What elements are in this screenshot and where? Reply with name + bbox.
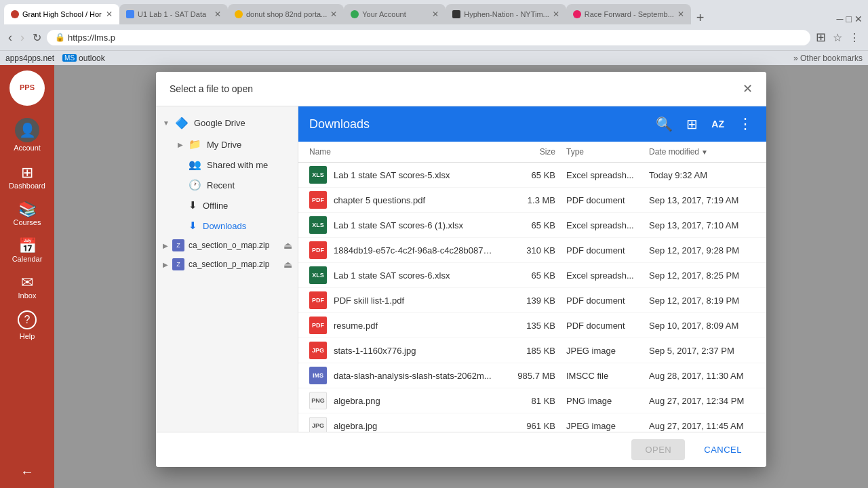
- file-size: 65 KB: [494, 170, 555, 180]
- table-row[interactable]: PNGalgebra.png81 KBPNG imageAug 27, 2017…: [298, 388, 766, 413]
- back-button[interactable]: ‹: [5, 29, 15, 46]
- file-type: JPEG image: [555, 421, 644, 431]
- cancel-button[interactable]: CANCEL: [690, 439, 755, 460]
- forward-button[interactable]: ›: [18, 29, 27, 46]
- table-row[interactable]: PDF1884db19-e57c-4c2f-96a8-c4c28b087d...…: [298, 238, 766, 263]
- table-row[interactable]: PDFchapter 5 questions.pdf1.3 MBPDF docu…: [298, 188, 766, 213]
- file-icon: IMS: [309, 367, 327, 384]
- bookmark-outlook[interactable]: MSoutlook: [62, 54, 105, 63]
- eject-icon-1[interactable]: ⏏: [283, 240, 292, 251]
- nav-google-drive-label: Google Drive: [194, 118, 245, 128]
- file-icon: PDF: [309, 191, 327, 209]
- tab-race[interactable]: Race Forward - Septemb... ✕: [566, 4, 691, 24]
- dashboard-icon: ⊞: [21, 164, 33, 182]
- tab-grant[interactable]: Grant High School / Hor ✕: [4, 4, 119, 24]
- table-row[interactable]: XLSLab 1 state SAT scores-6.xlsx65 KBExc…: [298, 263, 766, 288]
- nav-zip1[interactable]: ▶ Z ca_section_o_map.zip ⏏: [156, 236, 298, 255]
- url-text[interactable]: https://lms.p: [68, 33, 802, 43]
- nav-google-drive[interactable]: ▼ 🔷 Google Drive: [156, 112, 298, 134]
- bookmark-apps[interactable]: apps4pps.net: [5, 54, 54, 63]
- table-row[interactable]: JPGalgebra.jpg961 KBJPEG imageAug 27, 20…: [298, 413, 766, 432]
- tab-nytimes[interactable]: Hyphen-Nation - NYTim... ✕: [446, 4, 566, 24]
- file-size: 81 KB: [494, 396, 555, 406]
- nav-zip2[interactable]: ▶ Z ca_section_p_map.zip ⏏: [156, 255, 298, 274]
- dialog-close-icon[interactable]: ✕: [743, 81, 753, 96]
- table-row[interactable]: PDFresume.pdf135 KBPDF documentSep 10, 2…: [298, 313, 766, 338]
- inbox-icon: ✉: [21, 274, 33, 291]
- file-date: Aug 27, 2017, 11:45 AM: [644, 421, 755, 431]
- sidebar-item-courses[interactable]: 📚 Courses: [0, 195, 54, 232]
- file-size: 65 KB: [494, 220, 555, 230]
- tab-account[interactable]: Your Account ✕: [344, 4, 446, 24]
- main-area: Select a file to open ✕ ▼ 🔷 Google Drive…: [54, 65, 868, 488]
- file-name: algebra.png: [334, 396, 494, 406]
- nav-my-drive[interactable]: ▶ 📁 My Drive: [156, 134, 298, 155]
- new-tab-button[interactable]: +: [691, 11, 710, 24]
- file-size: 961 KB: [494, 421, 555, 431]
- bookmarks-icon[interactable]: ☆: [830, 30, 845, 45]
- tab-close-4[interactable]: ✕: [432, 9, 439, 19]
- nav-recent[interactable]: 🕐 Recent: [156, 175, 298, 195]
- tab-u1lab[interactable]: U1 Lab 1 - SAT Data ✕: [119, 4, 228, 24]
- maximize-button[interactable]: □: [846, 14, 852, 24]
- file-icon: PDF: [309, 317, 327, 334]
- file-size: 185 KB: [494, 346, 555, 356]
- table-header: Name Size Type Date modified ▼: [298, 142, 766, 163]
- extensions-icon[interactable]: ⊞: [813, 28, 829, 46]
- nav-downloads[interactable]: ⬇ Downloads: [156, 216, 298, 236]
- minimize-button[interactable]: ─: [837, 14, 844, 24]
- tab-favicon-3: [235, 10, 243, 18]
- tab-favicon-2: [126, 10, 134, 18]
- table-row[interactable]: XLSLab 1 state SAT scores-5.xlsx65 KBExc…: [298, 163, 766, 188]
- file-type: PDF document: [555, 245, 644, 256]
- tab-close-2[interactable]: ✕: [214, 9, 221, 19]
- avatar: 👤: [15, 118, 39, 142]
- file-size: 310 KB: [494, 245, 555, 256]
- sidebar-item-account[interactable]: 👤 Account: [0, 111, 54, 159]
- tab-close-6[interactable]: ✕: [677, 9, 684, 19]
- zip2-icon: Z: [172, 258, 184, 270]
- grid-view-button[interactable]: ⊞: [684, 113, 701, 135]
- nav-offline[interactable]: ⬇ Offline: [156, 195, 298, 216]
- sort-arrow-icon: ▼: [701, 148, 708, 156]
- table-row[interactable]: XLSLab 1 state SAT scores-6 (1).xlsx65 K…: [298, 213, 766, 238]
- file-icon: JPG: [309, 342, 327, 359]
- file-name: PDF skill list-1.pdf: [334, 296, 494, 306]
- table-row[interactable]: PDFPDF skill list-1.pdf139 KBPDF documen…: [298, 288, 766, 313]
- table-row[interactable]: IMSdata-slash-analysis-slash-stats-2062m…: [298, 363, 766, 388]
- sidebar-item-help[interactable]: ? Help: [0, 305, 54, 346]
- tab-close-1[interactable]: ✕: [106, 9, 113, 19]
- nav-shared-with-me[interactable]: 👥 Shared with me: [156, 155, 298, 175]
- tab-label-6: Race Forward - Septemb...: [585, 10, 674, 18]
- sidebar-label-calendar: Calendar: [12, 255, 43, 263]
- sidebar-item-dashboard[interactable]: ⊞ Dashboard: [0, 159, 54, 195]
- file-size: 65 KB: [494, 270, 555, 281]
- more-options-button[interactable]: ⋮: [735, 113, 755, 136]
- sidebar-item-inbox[interactable]: ✉ Inbox: [0, 268, 54, 305]
- open-button[interactable]: OPEN: [631, 439, 685, 460]
- table-row[interactable]: JPGstats-1-1160x776.jpg185 KBJPEG imageS…: [298, 338, 766, 363]
- eject-icon-2[interactable]: ⏏: [283, 259, 292, 270]
- settings-icon[interactable]: ⋮: [846, 30, 863, 45]
- file-type: PNG image: [555, 396, 644, 406]
- tab-donut[interactable]: donut shop 82nd porta... ✕: [228, 4, 344, 24]
- sort-button[interactable]: AZ: [709, 116, 727, 132]
- close-window-button[interactable]: ✕: [854, 14, 863, 24]
- reload-button[interactable]: ↻: [30, 30, 44, 45]
- tab-close-3[interactable]: ✕: [330, 9, 337, 19]
- file-icon: JPG: [309, 417, 327, 432]
- bookmarks-more[interactable]: » Other bookmarks: [793, 54, 863, 63]
- file-date: Sep 10, 2017, 8:09 AM: [644, 321, 755, 331]
- sidebar-item-calendar[interactable]: 📅 Calendar: [0, 232, 54, 268]
- tab-bar: Grant High School / Hor ✕ U1 Lab 1 - SAT…: [0, 0, 868, 24]
- search-button[interactable]: 🔍: [653, 113, 675, 135]
- file-size: 1.3 MB: [494, 195, 555, 205]
- col-name-header: Name: [309, 147, 494, 157]
- sidebar-back[interactable]: ←: [12, 456, 42, 488]
- tab-close-5[interactable]: ✕: [553, 9, 559, 19]
- file-type: JPEG image: [555, 346, 644, 356]
- file-icon: PDF: [309, 241, 327, 259]
- file-icon: XLS: [309, 266, 327, 284]
- file-date: Sep 12, 2017, 8:19 PM: [644, 296, 755, 306]
- file-dialog: Select a file to open ✕ ▼ 🔷 Google Drive…: [156, 72, 766, 467]
